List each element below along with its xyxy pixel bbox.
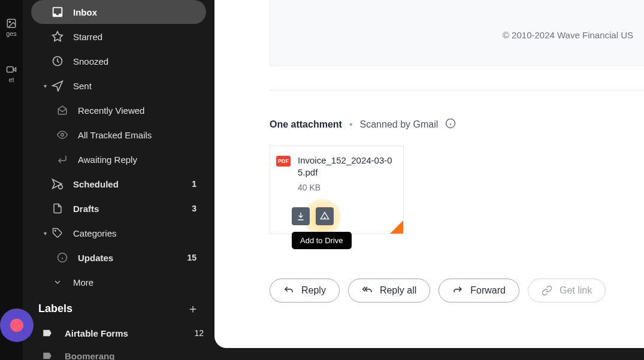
sidebar-label: Starred — [73, 32, 196, 42]
rail-item-images[interactable]: ges — [6, 18, 17, 37]
tooltip: Add to Drive — [292, 232, 352, 249]
inbox-icon — [50, 5, 65, 19]
label-icon — [41, 326, 54, 340]
sidebar-label: Inbox — [73, 7, 196, 17]
sidebar-label: Awaiting Reply — [78, 155, 196, 165]
sidebar-item-sent[interactable]: ▾ Sent — [31, 74, 206, 98]
chevron-down-icon — [50, 275, 65, 289]
sidebar-item-inbox[interactable]: Inbox — [31, 0, 206, 24]
button-label: Reply — [301, 285, 326, 296]
sidebar-label: Snoozed — [73, 56, 196, 66]
app-rail: ges et — [0, 0, 23, 360]
download-attachment-button[interactable] — [292, 207, 310, 225]
sidebar-item-categories[interactable]: ▾ Categories — [31, 221, 206, 245]
button-label: Get link — [560, 285, 592, 296]
sidebar-item-all-tracked[interactable]: All Tracked Emails — [46, 123, 206, 147]
sidebar-item-drafts[interactable]: Drafts 3 — [31, 196, 206, 220]
video-icon — [6, 64, 17, 75]
reply-button[interactable]: Reply — [270, 279, 340, 302]
file-icon — [50, 201, 65, 216]
compose-fab[interactable] — [0, 308, 34, 342]
rail-item-meet[interactable]: et — [6, 64, 17, 83]
forward-icon — [452, 285, 463, 296]
sidebar-label: Scheduled — [73, 179, 192, 189]
rail-label: et — [6, 76, 17, 83]
eye-icon — [55, 128, 69, 142]
record-indicator-icon — [10, 319, 23, 332]
reply-all-button[interactable]: Reply all — [348, 279, 430, 302]
info-icon[interactable] — [445, 118, 456, 131]
attachment-header: One attachment • Scanned by Gmail — [270, 118, 644, 131]
labels-header: Labels ＋ — [23, 295, 214, 322]
sidebar-label: Categories — [73, 228, 196, 238]
sidebar-count: 15 — [187, 253, 196, 262]
label-item-airtable[interactable]: Airtable Forms 12 — [23, 322, 214, 344]
image-icon — [6, 18, 17, 29]
sidebar-label: Updates — [78, 253, 187, 263]
forward-button[interactable]: Forward — [439, 279, 519, 302]
svg-point-7 — [55, 231, 56, 232]
email-body-footer: © 2010-2024 Wave Financial US — [270, 0, 644, 66]
attachment-card[interactable]: PDF Invoice_152_2024-03-05.pdf 40 KB Add… — [270, 146, 404, 234]
info-icon — [55, 250, 69, 265]
reply-icon — [55, 152, 69, 167]
sidebar-label: Drafts — [73, 204, 192, 214]
svg-point-5 — [61, 134, 64, 137]
svg-point-1 — [9, 21, 10, 22]
sidebar-item-snoozed[interactable]: Snoozed — [31, 49, 206, 73]
send-icon — [50, 78, 65, 93]
chevron-down-icon[interactable]: ▾ — [41, 230, 49, 237]
main-content: © 2010-2024 Wave Financial US One attach… — [214, 0, 644, 348]
label-count: 12 — [194, 328, 204, 338]
label-text: Airtable Forms — [65, 328, 194, 338]
sidebar-count: 1 — [192, 179, 196, 189]
sidebar-label: More — [73, 277, 196, 288]
drive-icon — [320, 211, 329, 221]
star-icon — [50, 29, 65, 44]
sidebar-label: Recently Viewed — [78, 105, 196, 116]
label-item-boomerang[interactable]: Boomerang — [23, 344, 214, 360]
attachment-filename: Invoice_152_2024-03-05.pdf — [298, 155, 395, 179]
svg-rect-2 — [7, 67, 14, 72]
schedule-send-icon — [50, 177, 65, 191]
svg-marker-3 — [53, 32, 63, 41]
svg-point-6 — [59, 185, 63, 189]
rail-label: ges — [6, 30, 17, 37]
label-icon — [41, 349, 54, 360]
label-text: Boomerang — [65, 351, 204, 361]
sidebar-label: Sent — [73, 81, 196, 91]
email-footer-text: © 2010-2024 Wave Financial US — [503, 30, 633, 40]
reply-all-icon — [362, 285, 373, 296]
button-label: Forward — [470, 285, 506, 296]
download-icon — [296, 211, 306, 221]
sidebar-count: 3 — [192, 204, 196, 213]
labels-title: Labels — [38, 302, 72, 315]
button-label: Reply all — [380, 285, 416, 296]
separator-dot: • — [349, 119, 353, 130]
attachment-filesize: 40 KB — [298, 183, 395, 192]
pdf-badge-icon: PDF — [276, 156, 291, 167]
get-link-button[interactable]: Get link — [528, 279, 606, 302]
sidebar-item-more[interactable]: More — [31, 270, 206, 294]
reply-icon — [283, 285, 294, 296]
sidebar-label: All Tracked Emails — [78, 130, 196, 140]
sidebar-item-recently-viewed[interactable]: Recently Viewed — [46, 98, 206, 122]
sidebar-item-updates[interactable]: Updates 15 — [46, 246, 206, 270]
corner-fold-icon — [390, 220, 403, 234]
attachment-count-label: One attachment — [270, 119, 342, 130]
sidebar-item-scheduled[interactable]: Scheduled 1 — [31, 172, 206, 196]
sidebar-item-starred[interactable]: Starred — [31, 25, 206, 49]
reply-actions: Reply Reply all Forward Get link — [270, 279, 644, 302]
scanned-label: Scanned by Gmail — [360, 119, 439, 130]
link-icon — [542, 285, 552, 296]
mail-open-icon — [55, 103, 69, 117]
divider — [270, 90, 644, 90]
tag-icon — [50, 226, 65, 240]
chevron-down-icon[interactable]: ▾ — [41, 83, 49, 89]
sidebar-item-awaiting-reply[interactable]: Awaiting Reply — [46, 147, 206, 171]
clock-icon — [50, 54, 65, 68]
add-to-drive-button[interactable] — [316, 207, 334, 225]
sidebar: Inbox Starred Snoozed ▾ Sent Recently Vi… — [23, 0, 214, 360]
add-label-button[interactable]: ＋ — [187, 301, 199, 317]
